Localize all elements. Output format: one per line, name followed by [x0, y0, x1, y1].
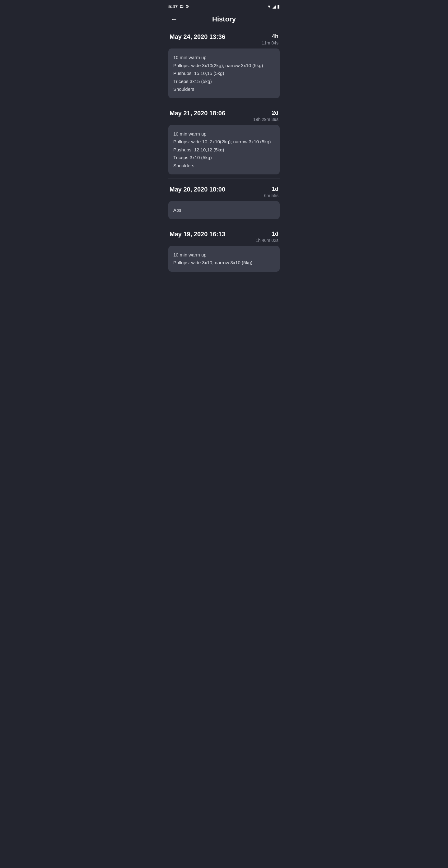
- entry-card-4[interactable]: 10 min warm up Pullups: wide 3x10; narro…: [168, 246, 280, 272]
- page-header: ← History: [163, 11, 285, 30]
- entry-duration-1: 11m 04s: [262, 40, 278, 45]
- history-entry-1: May 24, 2020 13:36 4h 11m 04s 10 min war…: [168, 30, 280, 98]
- entry-notes-4: 10 min warm up Pullups: wide 3x10; narro…: [173, 252, 252, 266]
- back-arrow-icon: ←: [171, 15, 178, 23]
- entry-card-1[interactable]: 10 min warm up Pullups: wide 3x10(2kg); …: [168, 49, 280, 98]
- divider-2: [168, 178, 280, 179]
- wifi-icon: ▼: [267, 4, 271, 9]
- entry-time-info-1: 4h 11m 04s: [262, 33, 278, 45]
- status-right: ▼ ◢ ▮: [267, 4, 280, 9]
- entry-time-info-3: 1d 6m 55s: [264, 186, 278, 198]
- page-title: History: [170, 15, 278, 23]
- battery-icon: ▮: [277, 4, 280, 9]
- entry-header-4: May 19, 2020 16:13 1d 1h 46m 02s: [168, 227, 280, 246]
- entry-time-info-2: 2d 19h 29m 39s: [253, 110, 278, 122]
- entry-relative-2: 2d: [253, 110, 278, 116]
- status-left: 5:47 🗂 ⊘: [168, 4, 189, 9]
- history-list: May 24, 2020 13:36 4h 11m 04s 10 min war…: [163, 30, 285, 272]
- entry-duration-3: 6m 55s: [264, 193, 278, 198]
- history-entry-3: May 20, 2020 18:00 1d 6m 55s Abs: [168, 182, 280, 219]
- entry-notes-2: 10 min warm up Pullups: wide 10, 2x10(2k…: [173, 131, 271, 168]
- no-disturb-icon: ⊘: [185, 4, 189, 9]
- divider-1: [168, 102, 280, 102]
- entry-card-2[interactable]: 10 min warm up Pullups: wide 10, 2x10(2k…: [168, 125, 280, 175]
- entry-duration-2: 19h 29m 39s: [253, 117, 278, 122]
- history-entry-2: May 21, 2020 18:06 2d 19h 29m 39s 10 min…: [168, 106, 280, 175]
- entry-notes-3: Abs: [173, 207, 181, 213]
- entry-duration-4: 1h 46m 02s: [256, 238, 278, 243]
- back-button[interactable]: ←: [170, 14, 179, 25]
- history-entry-4: May 19, 2020 16:13 1d 1h 46m 02s 10 min …: [168, 227, 280, 272]
- entry-header-2: May 21, 2020 18:06 2d 19h 29m 39s: [168, 106, 280, 125]
- entry-relative-3: 1d: [264, 186, 278, 192]
- sd-card-icon: 🗂: [180, 4, 184, 9]
- entry-relative-1: 4h: [262, 33, 278, 40]
- status-time: 5:47: [168, 4, 178, 9]
- entry-date-3: May 20, 2020 18:00: [170, 186, 225, 193]
- entry-date-2: May 21, 2020 18:06: [170, 110, 225, 117]
- entry-notes-1: 10 min warm up Pullups: wide 3x10(2kg); …: [173, 55, 263, 92]
- status-bar: 5:47 🗂 ⊘ ▼ ◢ ▮: [163, 0, 285, 11]
- entry-date-1: May 24, 2020 13:36: [170, 33, 225, 40]
- entry-date-4: May 19, 2020 16:13: [170, 231, 225, 238]
- entry-header-3: May 20, 2020 18:00 1d 6m 55s: [168, 182, 280, 201]
- entry-relative-4: 1d: [256, 231, 278, 237]
- entry-card-3[interactable]: Abs: [168, 201, 280, 219]
- signal-icon: ◢: [272, 4, 276, 9]
- entry-header-1: May 24, 2020 13:36 4h 11m 04s: [168, 30, 280, 49]
- entry-time-info-4: 1d 1h 46m 02s: [256, 231, 278, 243]
